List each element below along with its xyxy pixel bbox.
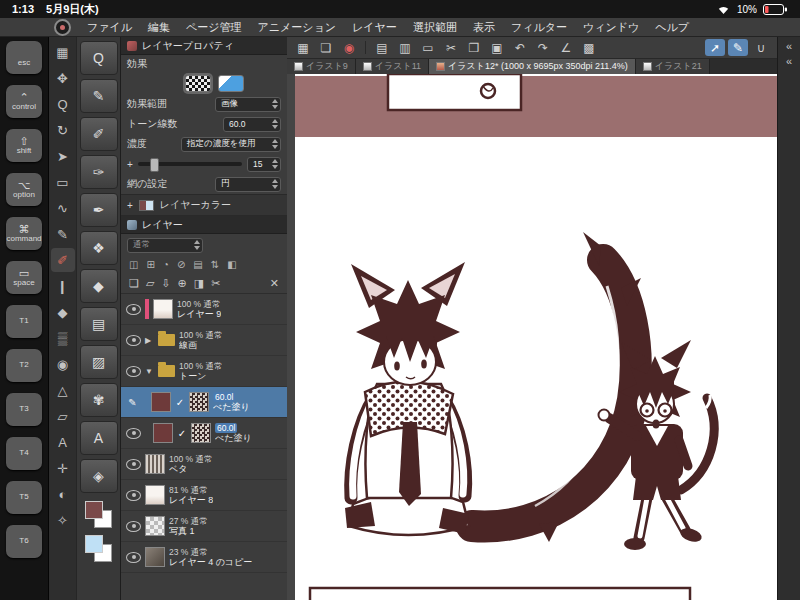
tab-illust12-active[interactable]: イラスト12* (1000 x 9695px 350dpi 211.4%) xyxy=(429,59,636,74)
cut-icon[interactable]: ✂ xyxy=(211,277,220,290)
twirl-closed-icon[interactable]: ▶ xyxy=(145,336,154,345)
density-slider[interactable] xyxy=(138,162,242,166)
layer-color-section[interactable]: + レイヤーカラー xyxy=(121,194,287,216)
merge-down-icon[interactable]: ⊕ xyxy=(178,277,187,290)
fill-tool-icon[interactable]: ▱ xyxy=(51,404,75,428)
layer-property-header[interactable]: レイヤープロパティ xyxy=(121,37,287,55)
collapse-panels-icon[interactable]: « xyxy=(786,40,792,52)
transfer-icon[interactable]: ⇅ xyxy=(211,259,219,270)
lock-layer-icon[interactable]: ⊘ xyxy=(177,259,185,270)
opacity-icon[interactable]: ◔ xyxy=(163,259,169,270)
key-t5[interactable]: T5 xyxy=(6,481,42,514)
twirl-open-icon[interactable]: ▼ xyxy=(145,367,154,376)
new-layer-icon[interactable]: ❏ xyxy=(129,277,139,290)
visibility-eye-icon[interactable] xyxy=(126,490,141,501)
subtool-material-icon[interactable]: ◈ xyxy=(80,459,118,493)
effect-range-select[interactable]: 画像 xyxy=(215,97,281,112)
density-select[interactable]: 指定の濃度を使用 xyxy=(181,137,281,152)
stabilize-icon[interactable]: ∪ xyxy=(751,39,771,56)
key-option[interactable]: ⌥option xyxy=(6,173,42,206)
layer-mask-icon[interactable]: ◫ xyxy=(129,259,138,270)
key-shift[interactable]: ⇧shift xyxy=(6,129,42,162)
menu-item-view[interactable]: 表示 xyxy=(473,20,495,35)
new-page-icon[interactable]: ▤ xyxy=(372,39,392,56)
layer-row-photo1[interactable]: 27 % 通常写真 1 xyxy=(121,511,287,542)
spinner-icon[interactable] xyxy=(272,99,278,109)
undo-icon[interactable]: ↶ xyxy=(510,39,530,56)
copy-icon[interactable]: ❐ xyxy=(464,39,484,56)
cut-icon[interactable]: ✂ xyxy=(441,39,461,56)
check-icon[interactable]: ✓ xyxy=(175,397,185,408)
layer-row-folder-tone[interactable]: ▼ 100 % 通常トーン xyxy=(121,356,287,387)
layer-row-folder-senga[interactable]: ▶ 100 % 通常線画 xyxy=(121,325,287,356)
main-sub-color-swatch[interactable] xyxy=(85,501,113,527)
menu-item-help[interactable]: ヘルプ xyxy=(655,20,689,35)
layer-row-layer8[interactable]: 81 % 通常レイヤー 8 xyxy=(121,480,287,511)
visibility-eye-icon[interactable] xyxy=(126,304,141,315)
subtool-marker-icon[interactable]: ✑ xyxy=(80,155,118,189)
zoom-tool-icon[interactable]: Q xyxy=(51,92,75,116)
subtool-pen-icon[interactable]: ✎ xyxy=(80,79,118,113)
layer-row-beta[interactable]: 100 % 通常ベタ xyxy=(121,449,287,480)
blend-tool-icon[interactable]: △ xyxy=(51,378,75,402)
subtool-text-icon[interactable]: A xyxy=(80,421,118,455)
reference-layer-icon[interactable]: ◧ xyxy=(227,259,236,270)
redo-icon[interactable]: ↷ xyxy=(533,39,553,56)
menu-item-file[interactable]: ファイル xyxy=(87,20,132,35)
transfer-down-icon[interactable]: ⇩ xyxy=(161,277,170,290)
spinner-icon[interactable] xyxy=(272,119,278,129)
key-t1[interactable]: T1 xyxy=(6,305,42,338)
ruler-icon[interactable]: ∠ xyxy=(556,39,576,56)
layer-row-layer4-copy[interactable]: 23 % 通常レイヤー 4 のコピー xyxy=(121,542,287,573)
pen-pressure-icon[interactable]: ✎ xyxy=(728,39,748,56)
brush-tool-icon[interactable]: ❙ xyxy=(51,274,75,298)
slider-handle[interactable] xyxy=(150,158,159,172)
selection-tool-icon[interactable]: ▭ xyxy=(51,170,75,194)
workspace-icon[interactable]: ▦ xyxy=(293,39,313,56)
key-t6[interactable]: T6 xyxy=(6,525,42,558)
paste-icon[interactable]: ▣ xyxy=(487,39,507,56)
lock-transparent-icon[interactable]: ▤ xyxy=(193,259,202,270)
new-folder-icon[interactable]: ▱ xyxy=(146,277,154,290)
layer-row-tone-2[interactable]: ✓ 60.0lべた塗り xyxy=(121,418,287,449)
key-command[interactable]: ⌘command xyxy=(6,217,42,250)
eyedropper-tool-icon[interactable]: ✧ xyxy=(51,508,75,532)
clip-at-layer-icon[interactable]: ⊞ xyxy=(146,259,154,270)
tab-illust9[interactable]: イラスト9 xyxy=(287,59,356,74)
collapse-panels-icon[interactable]: « xyxy=(786,55,792,67)
spinner-icon[interactable] xyxy=(272,179,278,189)
rotate-tool-icon[interactable]: ↻ xyxy=(51,118,75,142)
subtool-decoration-icon[interactable]: ❖ xyxy=(80,231,118,265)
dot-settings-select[interactable]: 円 xyxy=(215,177,281,192)
menu-item-edit[interactable]: 編集 xyxy=(148,20,170,35)
key-control[interactable]: ⌃control xyxy=(6,85,42,118)
density-number-input[interactable]: 15 xyxy=(247,157,281,172)
pencil-tool-icon[interactable]: ✐ xyxy=(51,248,75,272)
subtool-zoom-icon[interactable]: Q xyxy=(80,41,118,75)
picker-color-swatch[interactable] xyxy=(85,535,113,561)
expand-icon[interactable]: + xyxy=(127,200,133,211)
current-color-swatch[interactable] xyxy=(85,535,103,553)
key-t3[interactable]: T3 xyxy=(6,393,42,426)
clip-studio-logo-icon[interactable] xyxy=(54,19,71,36)
tone-lines-input[interactable]: 60.0 xyxy=(223,117,281,132)
visibility-eye-icon[interactable] xyxy=(126,552,141,563)
check-icon[interactable]: ✓ xyxy=(177,428,187,439)
spinner-icon[interactable] xyxy=(272,159,278,169)
tab-illust21[interactable]: イラスト21 xyxy=(636,59,710,74)
key-space[interactable]: ▭space xyxy=(6,261,42,294)
gradient-tool-icon[interactable]: ◐ xyxy=(51,482,75,506)
subtool-ink-icon[interactable]: ✒ xyxy=(80,193,118,227)
visibility-eye-icon[interactable] xyxy=(126,335,141,346)
layer-row-layer9[interactable]: 100 % 通常レイヤー 9 xyxy=(121,294,287,325)
menu-item-selection[interactable]: 選択範囲 xyxy=(413,20,457,35)
clip-spiral-icon[interactable]: ◉ xyxy=(339,39,359,56)
canvas-viewport[interactable] xyxy=(287,74,777,600)
canvas-icon[interactable]: ❏ xyxy=(316,39,336,56)
tone-effect-button[interactable] xyxy=(185,75,211,92)
key-t4[interactable]: T4 xyxy=(6,437,42,470)
pen-tool-icon[interactable]: ✎ xyxy=(51,222,75,246)
navigator-tool-icon[interactable]: ▦ xyxy=(51,40,75,64)
spinner-icon[interactable] xyxy=(194,240,200,250)
subtool-hatch-icon[interactable]: ▨ xyxy=(80,345,118,379)
